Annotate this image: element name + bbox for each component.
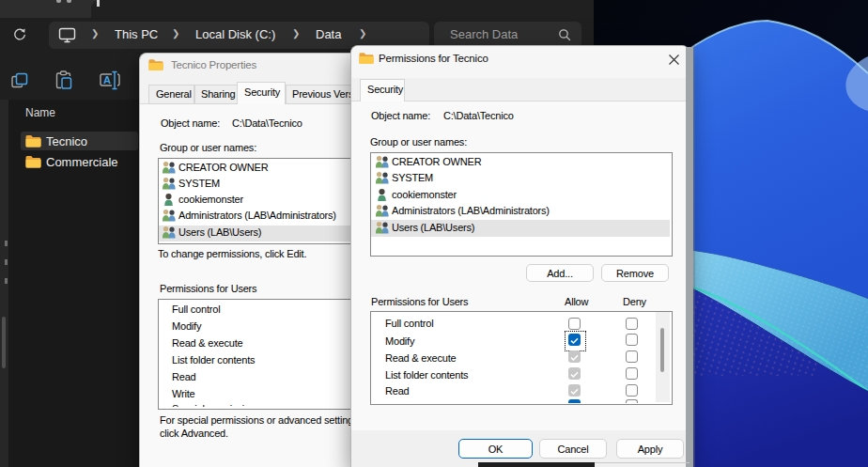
svg-text:A: A (103, 74, 111, 86)
